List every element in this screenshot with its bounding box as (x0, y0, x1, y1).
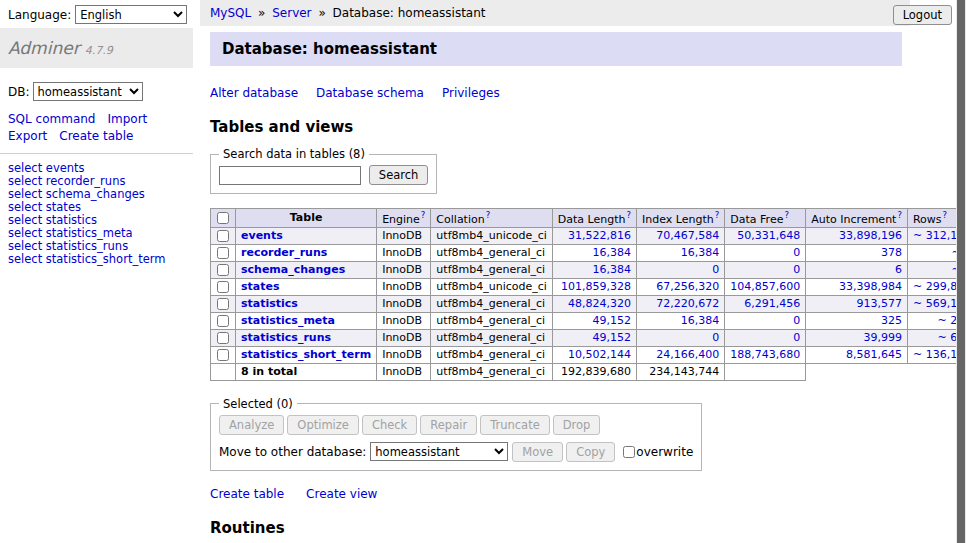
tables-body: events InnoDB utf8mb4_unicode_ci 31,522,… (211, 227, 966, 380)
index-length-link[interactable]: 0 (712, 331, 719, 344)
table-name-link[interactable]: schema_changes (241, 263, 345, 276)
data-length-total-cell: 192,839,680 (552, 363, 636, 380)
create-table-link[interactable]: Create table (210, 487, 284, 501)
auto-increment-link[interactable]: 913,577 (856, 297, 902, 310)
create-table-link[interactable]: Create table (59, 129, 133, 143)
scrollbar-thumb[interactable] (957, 0, 965, 543)
data-length-link[interactable]: 49,152 (593, 314, 632, 327)
data-free-link[interactable]: 6,291,456 (744, 297, 800, 310)
doc-help-link[interactable]: ? (715, 213, 720, 226)
repair-button[interactable]: Repair (420, 415, 477, 435)
auto-increment-link[interactable]: 33,398,984 (839, 280, 902, 293)
index-length-link[interactable]: 67,256,320 (656, 280, 719, 293)
data-length-link[interactable]: 10,502,144 (568, 348, 631, 361)
sql-command-link[interactable]: SQL command (8, 112, 95, 126)
data-free-link[interactable]: 50,331,648 (737, 229, 800, 242)
total-label-cell: 8 in total (236, 363, 377, 380)
data-free-link[interactable]: 0 (793, 246, 800, 259)
move-button[interactable]: Move (512, 442, 563, 462)
db-select[interactable]: homeassistant (33, 82, 143, 101)
search-button[interactable]: Search (369, 165, 429, 185)
search-fieldset: Search data in tables (8) Search (210, 147, 437, 194)
row-checkbox[interactable] (217, 247, 229, 259)
collation-cell: utf8mb4_general_ci (431, 363, 552, 380)
index-length-link[interactable]: 0 (712, 263, 719, 276)
index-length-link[interactable]: 70,467,584 (656, 229, 719, 242)
table-name-link[interactable]: events (241, 229, 283, 242)
data-free-link[interactable]: 0 (793, 263, 800, 276)
data-free-cell: 6,291,456 (725, 295, 806, 312)
index-length-link[interactable]: 72,220,672 (656, 297, 719, 310)
data-free-link[interactable]: 0 (793, 331, 800, 344)
auto-increment-link[interactable]: 39,999 (863, 331, 902, 344)
index-length-link[interactable]: 24,166,400 (656, 348, 719, 361)
overwrite-label: overwrite (636, 445, 693, 459)
row-checkbox[interactable] (217, 349, 229, 361)
move-database-select[interactable]: homeassistant (370, 442, 508, 461)
overwrite-checkbox[interactable] (623, 446, 635, 458)
data-length-link[interactable]: 101,859,328 (561, 280, 631, 293)
search-input[interactable] (219, 166, 361, 185)
data-length-link[interactable]: 16,384 (593, 246, 632, 259)
breadcrumb-mysql-link[interactable]: MySQL (210, 6, 251, 20)
doc-help-link[interactable]: ? (897, 213, 902, 226)
data-free-link[interactable]: 0 (793, 314, 800, 327)
index-length-cell: 0 (637, 261, 725, 278)
language-select[interactable]: English (75, 5, 187, 24)
move-row: Move to other database:homeassistantMove… (219, 442, 693, 462)
auto-increment-link[interactable]: 378 (881, 246, 902, 259)
row-checkbox[interactable] (217, 230, 229, 242)
doc-help-link[interactable]: ? (421, 213, 426, 226)
optimize-button[interactable]: Optimize (287, 415, 359, 435)
auto-increment-link[interactable]: 6 (895, 263, 902, 276)
export-link[interactable]: Export (8, 129, 47, 143)
data-length-link[interactable]: 48,824,320 (568, 297, 631, 310)
doc-help-link[interactable]: ? (486, 213, 491, 226)
copy-button[interactable]: Copy (566, 442, 615, 462)
analyze-button[interactable]: Analyze (219, 415, 284, 435)
breadcrumb-server-link[interactable]: Server (272, 6, 311, 20)
data-length-link[interactable]: 49,152 (593, 331, 632, 344)
index-length-link[interactable]: 16,384 (681, 246, 720, 259)
data-free-cell: 0 (725, 329, 806, 346)
check-button[interactable]: Check (362, 415, 417, 435)
index-length-cell: 72,220,672 (637, 295, 725, 312)
select-all-checkbox[interactable] (217, 212, 229, 224)
create-view-link[interactable]: Create view (306, 487, 377, 501)
table-name-link[interactable]: statistics_runs (241, 331, 331, 344)
auto-increment-cell: 8,581,645 (806, 346, 908, 363)
data-free-link[interactable]: 104,857,600 (730, 280, 800, 293)
data-length-link[interactable]: 16,384 (593, 263, 632, 276)
sidebar-table-link[interactable]: select statistics_short_term (8, 253, 185, 266)
doc-help-link[interactable]: ? (943, 213, 948, 226)
table-name-link[interactable]: statistics_short_term (241, 348, 371, 361)
table-name-link[interactable]: states (241, 280, 280, 293)
table-name-cell: schema_changes (236, 261, 377, 278)
logout-button[interactable]: Logout (893, 5, 952, 25)
index-length-link[interactable]: 16,384 (681, 314, 720, 327)
doc-help-link[interactable]: ? (627, 213, 632, 226)
vertical-scrollbar[interactable] (956, 0, 966, 543)
row-checkbox[interactable] (217, 315, 229, 327)
database-schema-link[interactable]: Database schema (316, 86, 424, 100)
index-length-cell: 70,467,584 (637, 227, 725, 244)
row-checkbox[interactable] (217, 332, 229, 344)
truncate-button[interactable]: Truncate (480, 415, 550, 435)
row-checkbox[interactable] (217, 298, 229, 310)
data-free-link[interactable]: 188,743,680 (730, 348, 800, 361)
auto-increment-link[interactable]: 8,581,645 (846, 348, 902, 361)
auto-increment-link[interactable]: 325 (881, 314, 902, 327)
table-name-link[interactable]: statistics (241, 297, 298, 310)
privileges-link[interactable]: Privileges (442, 86, 500, 100)
alter-database-link[interactable]: Alter database (210, 86, 298, 100)
row-checkbox[interactable] (217, 264, 229, 276)
auto-increment-link[interactable]: 33,898,196 (839, 229, 902, 242)
doc-help-link[interactable]: ? (784, 213, 789, 226)
drop-button[interactable]: Drop (553, 415, 601, 435)
data-length-link[interactable]: 31,522,816 (568, 229, 631, 242)
table-name-link[interactable]: recorder_runs (241, 246, 327, 259)
table-name-link[interactable]: statistics_meta (241, 314, 335, 327)
import-link[interactable]: Import (107, 112, 147, 126)
tables-head-row: TableEngine?Collation?Data Length?Index … (211, 209, 966, 228)
row-checkbox[interactable] (217, 281, 229, 293)
